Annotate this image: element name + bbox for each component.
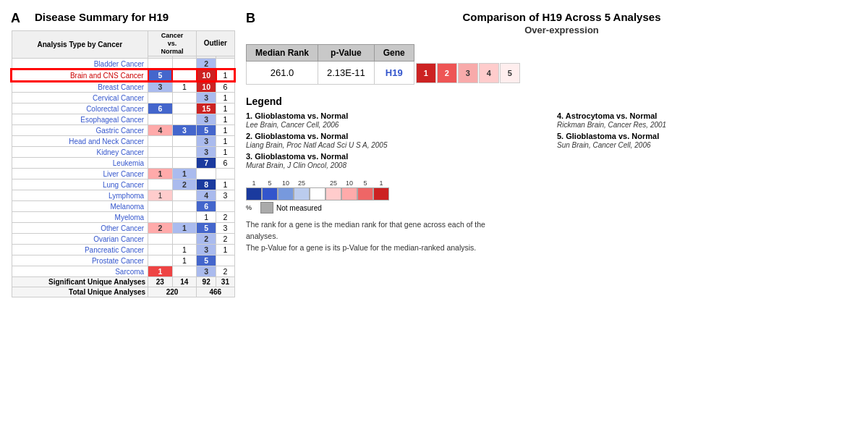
cv2-cell xyxy=(172,136,196,147)
cv1-cell xyxy=(148,136,172,147)
cancer-name: Pancreatic Cancer xyxy=(12,245,148,255)
cv1-cell: 6 xyxy=(148,103,172,114)
footer-sig-cell: 92 xyxy=(197,277,216,287)
out1-cell: 3 xyxy=(197,147,216,158)
out2-cell: 2 xyxy=(216,234,234,245)
cv1-cell xyxy=(148,114,172,125)
panel-b-title: Comparison of H19 Across 5 Analyses xyxy=(270,11,854,23)
out1-cell: 10 xyxy=(197,69,216,81)
cv2-cell xyxy=(172,147,196,158)
cancer-name: Other Cancer xyxy=(12,223,148,234)
cv2-cell xyxy=(172,212,196,223)
panel-a-title: Disease Summary for H19 xyxy=(35,11,169,23)
legend-item-main: 2. Glioblastoma vs. Normal xyxy=(246,132,348,140)
cancer-name: Liver Cancer xyxy=(12,169,148,179)
out1-cell: 2 xyxy=(197,234,216,245)
scale-color-box xyxy=(357,187,373,200)
cancer-name: Esophageal Cancer xyxy=(12,114,148,125)
cancer-name: Head and Neck Cancer xyxy=(12,136,148,147)
not-measured-label: Not measured xyxy=(260,202,322,214)
median-rank-header: Median Rank xyxy=(247,45,318,62)
cv-total: 220 xyxy=(148,287,197,297)
legend-item-main: 3. Glioblastoma vs. Normal xyxy=(246,152,348,161)
panel-a: A Disease Summary for H19 Analysis Type … xyxy=(7,7,239,441)
scale-num: 25 xyxy=(326,179,341,187)
out1-cell: 5 xyxy=(197,255,216,266)
cancer-name: Myeloma xyxy=(12,212,148,223)
scale-num: 1 xyxy=(246,179,262,187)
scale-num xyxy=(310,179,326,187)
cancer-name: Bladder Cancer xyxy=(12,59,148,70)
cv2-cell: 1 xyxy=(172,81,196,93)
legend-left-col: 1. Glioblastoma vs. NormalLee Brain, Can… xyxy=(246,111,542,172)
legend-item-sub: Rickman Brain, Cancer Res, 2001 xyxy=(557,121,666,129)
rank-box: 3 xyxy=(458,63,478,83)
cv1-cell xyxy=(148,59,172,70)
cancer-name: Brain and CNS Cancer xyxy=(12,69,148,81)
out1-cell: 3 xyxy=(197,93,216,103)
outlier-header: Outlier xyxy=(197,31,234,56)
cv2-cell: 1 xyxy=(172,245,196,255)
cancer-name: Colorectal Cancer xyxy=(12,103,148,114)
cv1-cell: 1 xyxy=(148,169,172,179)
cv2-cell xyxy=(172,158,196,169)
color-scale-section: 151025251051 % Not measured xyxy=(246,179,854,214)
cancer-name: Melanoma xyxy=(12,201,148,212)
out1-cell: 3 xyxy=(197,266,216,277)
out2-cell: 1 xyxy=(216,136,234,147)
out2-cell: 1 xyxy=(216,103,234,114)
out2-cell: 1 xyxy=(216,125,234,136)
cv2-cell xyxy=(172,234,196,245)
scale-color-box xyxy=(278,187,294,200)
footer-sig-cell: Significant Unique Analyses xyxy=(12,277,148,287)
median-rank-value: 261.0 xyxy=(247,62,318,85)
cv2-cell xyxy=(172,69,196,81)
cancer-name: Gastric Cancer xyxy=(12,125,148,136)
footnote-text: The rank for a gene is the median rank f… xyxy=(246,219,854,253)
out2-cell xyxy=(216,201,234,212)
scale-num: 10 xyxy=(278,179,294,187)
legend-item-main: 4. Astrocytoma vs. Normal xyxy=(557,111,657,120)
legend-grid: 1. Glioblastoma vs. NormalLee Brain, Can… xyxy=(246,111,854,172)
out-total: 466 xyxy=(197,287,234,297)
cv2-cell xyxy=(172,93,196,103)
cv2-cell: 1 xyxy=(172,169,196,179)
out1-cell: 15 xyxy=(197,103,216,114)
cancer-name: Sarcoma xyxy=(12,266,148,277)
cv1-cell xyxy=(148,245,172,255)
out2-cell xyxy=(216,255,234,266)
percent-label: % xyxy=(246,204,252,211)
out2-cell: 1 xyxy=(216,179,234,190)
legend-item-sub: Liang Brain, Proc Natl Acad Sci U S A, 2… xyxy=(246,141,387,149)
pvalue-value: 2.13E-11 xyxy=(318,62,375,85)
cv2-cell xyxy=(172,103,196,114)
rank-box: 2 xyxy=(437,63,457,83)
rank-box: 4 xyxy=(479,63,499,83)
cv2-cell xyxy=(172,114,196,125)
out2-cell: 1 xyxy=(216,69,234,81)
out2-cell xyxy=(216,169,234,179)
cv2-cell: 1 xyxy=(172,255,196,266)
out2-cell: 3 xyxy=(216,190,234,201)
footer-total-label: Total Unique Analyses xyxy=(12,287,148,297)
gene-header: Gene xyxy=(374,45,414,62)
out1-cell: 7 xyxy=(197,158,216,169)
cancer-name: Lymphoma xyxy=(12,190,148,201)
cancer-name: Lung Cancer xyxy=(12,179,148,190)
scale-num: 1 xyxy=(373,179,389,187)
out1-cell: 6 xyxy=(197,201,216,212)
cv1-cell xyxy=(148,201,172,212)
cv1-cell: 1 xyxy=(148,190,172,201)
legend-item-sub: Lee Brain, Cancer Cell, 2006 xyxy=(246,121,339,129)
gene-value[interactable]: H19 xyxy=(374,62,414,85)
out1-cell: 3 xyxy=(197,136,216,147)
out1-cell: 8 xyxy=(197,179,216,190)
out2-cell: 1 xyxy=(216,114,234,125)
cv2-cell: 1 xyxy=(172,223,196,234)
out2-cell: 6 xyxy=(216,158,234,169)
legend-section: Legend 1. Glioblastoma vs. NormalLee Bra… xyxy=(246,96,854,172)
cv2-cell: 2 xyxy=(172,179,196,190)
legend-item-main: 1. Glioblastoma vs. Normal xyxy=(246,111,348,120)
cv1-cell: 1 xyxy=(148,266,172,277)
footer-sig-cell: 14 xyxy=(172,277,196,287)
